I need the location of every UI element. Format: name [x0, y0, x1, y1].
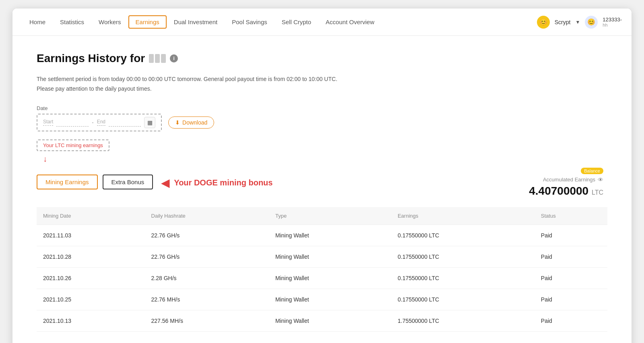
start-label: Start: [43, 119, 53, 126]
end-date-input[interactable]: [109, 118, 141, 127]
table-body: 2021.11.03 22.76 GH/s Mining Wallet 0.17…: [37, 225, 607, 331]
balance-section: Balance Accumulated Earnings 👁 4.4070000…: [529, 167, 607, 197]
cell-hashrate: 22.76 GH/s: [145, 225, 269, 246]
dropdown-arrow[interactable]: ▼: [575, 19, 580, 25]
account-info: 123333- hh: [603, 17, 622, 27]
cell-date: 2021.10.28: [37, 246, 145, 267]
download-button[interactable]: ⬇ Download: [168, 116, 214, 129]
cell-type: Mining Wallet: [269, 225, 391, 246]
nav-statistics[interactable]: Statistics: [53, 15, 91, 29]
arrow-down-icon: ↓: [43, 154, 47, 164]
cell-type: Mining Wallet: [269, 289, 391, 310]
accumulated-value: 4.40700000 LTC: [529, 185, 603, 197]
cell-date: 2021.10.25: [37, 289, 145, 310]
cell-earnings: 0.17550000 LTC: [391, 225, 535, 246]
cell-earnings: 0.17550000 LTC: [391, 246, 535, 267]
navbar: Home Statistics Workers Earnings Dual In…: [12, 8, 632, 36]
table-row: 2021.10.25 22.76 MH/s Mining Wallet 0.17…: [37, 289, 607, 310]
table-header-row: Mining Date Daily Hashrate Type Earnings…: [37, 207, 607, 225]
earnings-table: Mining Date Daily Hashrate Type Earnings…: [37, 207, 607, 332]
nav-pool-savings[interactable]: Pool Savings: [225, 15, 275, 29]
main-content: Earnings History for i The settlement pe…: [12, 36, 632, 343]
col-status: Status: [535, 207, 607, 225]
cell-hashrate: 22.76 GH/s: [145, 246, 269, 267]
tab-extra-label: Extra Bonus: [111, 179, 144, 185]
app-window: Home Statistics Workers Earnings Dual In…: [12, 8, 632, 343]
cell-earnings: 0.17550000 LTC: [391, 289, 535, 310]
tab-extra-bonus[interactable]: Extra Bonus: [103, 175, 153, 189]
date-range-box: Start - End ▦: [37, 114, 162, 131]
doge-annotation: ◀ Your DOGE mining bonus: [161, 177, 272, 189]
accumulated-label-text: Accumulated Earnings: [543, 177, 595, 183]
balance-badge: Balance: [581, 168, 603, 174]
download-label: Download: [182, 119, 207, 126]
cell-status: Paid: [535, 225, 607, 246]
page-title: Earnings History for i: [37, 52, 607, 65]
cell-type: Mining Wallet: [269, 246, 391, 267]
info-icon[interactable]: i: [170, 54, 178, 62]
table-row: 2021.10.26 2.28 GH/s Mining Wallet 0.175…: [37, 267, 607, 289]
col-type: Type: [269, 207, 391, 225]
cell-type: Mining Wallet: [269, 310, 391, 331]
arrow-left-icon: ◀: [161, 177, 170, 189]
table-row: 2021.10.28 22.76 GH/s Mining Wallet 0.17…: [37, 246, 607, 267]
nav-items: Home Statistics Workers Earnings Dual In…: [22, 15, 537, 29]
settlement-text: The settlement period is from today 00:0…: [37, 75, 607, 94]
doge-label: Your DOGE mining bonus: [174, 178, 272, 187]
cell-hashrate: 2.28 GH/s: [145, 267, 269, 289]
calendar-icon[interactable]: ▦: [144, 117, 155, 128]
settlement-line1: The settlement period is from today 00:0…: [37, 76, 337, 82]
cell-status: Paid: [535, 289, 607, 310]
tabs-buttons: Mining Earnings Extra Bonus: [37, 175, 153, 189]
cell-status: Paid: [535, 310, 607, 331]
ltc-annotation-box: Your LTC mining earnings: [37, 139, 109, 151]
nav-dual-investment[interactable]: Dual Investment: [167, 15, 225, 29]
tabs-row: Mining Earnings Extra Bonus ◀ Your DOGE …: [37, 167, 607, 197]
ltc-annotation-container: Your LTC mining earnings ↓: [37, 139, 607, 165]
account-avatar: 😊: [585, 16, 598, 29]
nav-workers[interactable]: Workers: [91, 15, 128, 29]
masked-name: [149, 54, 166, 63]
cell-status: Paid: [535, 267, 607, 289]
tab-mining-label: Mining Earnings: [45, 179, 89, 185]
start-date-input[interactable]: [56, 118, 89, 127]
date-separator: -: [92, 119, 93, 125]
nav-account-overview[interactable]: Account Overview: [318, 15, 382, 29]
cell-type: Mining Wallet: [269, 267, 391, 289]
nav-right: 😊 Scrypt ▼ 😊 123333- hh: [537, 16, 622, 29]
end-label: End: [97, 119, 105, 126]
download-icon: ⬇: [175, 119, 180, 126]
cell-date: 2021.10.13: [37, 310, 145, 331]
settlement-line2: Please pay attention to the daily payout…: [37, 85, 152, 92]
table-row: 2021.10.13 227.56 MH/s Mining Wallet 1.7…: [37, 310, 607, 331]
accumulated-label-row: Accumulated Earnings 👁: [529, 177, 603, 183]
nav-earnings[interactable]: Earnings: [128, 15, 167, 29]
cell-status: Paid: [535, 246, 607, 267]
tabs-section: Your LTC mining earnings ↓ Mining Earnin…: [37, 139, 607, 197]
cell-hashrate: 227.56 MH/s: [145, 310, 269, 331]
cell-date: 2021.10.26: [37, 267, 145, 289]
cell-date: 2021.11.03: [37, 225, 145, 246]
date-label: Date: [37, 105, 607, 111]
cell-earnings: 0.17550000 LTC: [391, 267, 535, 289]
col-earnings: Earnings: [391, 207, 535, 225]
accumulated-number: 4.40700000: [529, 185, 588, 197]
title-text: Earnings History for: [37, 52, 145, 65]
filter-row: Start - End ▦ ⬇ Download: [37, 114, 607, 131]
table-row: 2021.11.03 22.76 GH/s Mining Wallet 0.17…: [37, 225, 607, 246]
account-sub: hh: [603, 23, 622, 27]
col-mining-date: Mining Date: [37, 207, 145, 225]
col-daily-hashrate: Daily Hashrate: [145, 207, 269, 225]
user-label[interactable]: Scrypt: [555, 19, 571, 25]
nav-sell-crypto[interactable]: Sell Crypto: [275, 15, 318, 29]
cell-earnings: 1.75500000 LTC: [391, 310, 535, 331]
tab-mining-earnings[interactable]: Mining Earnings: [37, 175, 98, 189]
user-icon: 😊: [537, 16, 550, 29]
cell-hashrate: 22.76 MH/s: [145, 289, 269, 310]
nav-home[interactable]: Home: [22, 15, 53, 29]
eye-icon[interactable]: 👁: [598, 177, 603, 183]
account-username: 123333-: [603, 17, 622, 23]
accumulated-currency: LTC: [592, 189, 603, 196]
table-header: Mining Date Daily Hashrate Type Earnings…: [37, 207, 607, 225]
ltc-annotation-label: Your LTC mining earnings: [43, 142, 103, 148]
